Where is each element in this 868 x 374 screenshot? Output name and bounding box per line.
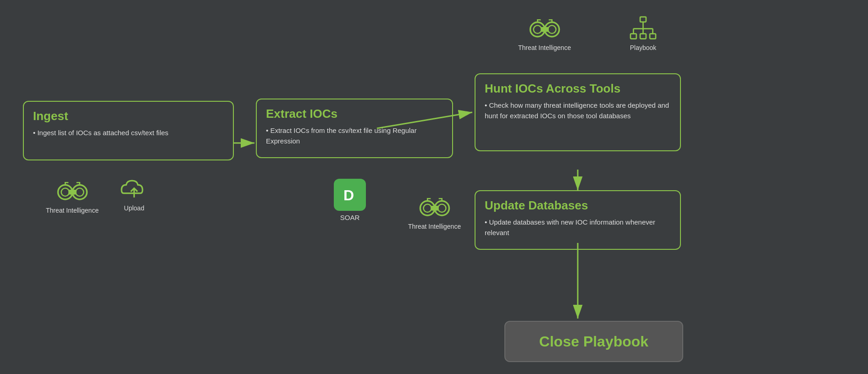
svg-rect-21 [541, 27, 549, 32]
binoculars-icon-top-right [529, 16, 561, 41]
svg-rect-23 [630, 34, 636, 39]
upload-label: Upload [124, 204, 144, 212]
svg-point-20 [548, 26, 556, 34]
close-playbook-label: Close Playbook [539, 333, 648, 350]
threat-intel-icon-left: Threat Intelligence [46, 179, 99, 214]
threat-intel-label-top-right: Threat Intelligence [518, 44, 571, 51]
soar-label: SOAR [340, 214, 360, 221]
threat-intel-icon-mid: Threat Intelligence [408, 195, 461, 230]
svg-rect-22 [640, 17, 646, 22]
threat-intel-icon-top-right: Threat Intelligence [518, 16, 571, 51]
svg-rect-25 [650, 34, 656, 39]
svg-point-14 [423, 204, 431, 213]
threat-intel-label-mid: Threat Intelligence [408, 223, 461, 230]
update-content: Update databases with new IOC informatio… [485, 217, 671, 238]
ingest-title: Ingest [33, 109, 224, 123]
svg-point-19 [533, 26, 542, 34]
svg-point-8 [76, 188, 84, 197]
ingest-content: Ingest list of IOCs as attached csv/text… [33, 128, 224, 138]
ingest-item: Ingest list of IOCs as attached csv/text… [33, 128, 224, 138]
extract-content: Extract IOCs from the csv/text file usin… [266, 126, 443, 146]
svg-point-7 [61, 188, 69, 197]
hunt-title: Hunt IOCs Across Tools [485, 82, 671, 96]
soar-icon-box: D [334, 179, 366, 211]
svg-rect-9 [68, 190, 77, 195]
hunt-box: Hunt IOCs Across Tools Check how many th… [475, 73, 681, 151]
extract-box: Extract IOCs Extract IOCs from the csv/t… [256, 99, 453, 158]
playbook-icon-area: Playbook [628, 16, 658, 51]
playbook-label: Playbook [630, 44, 657, 51]
canvas: Ingest Ingest list of IOCs as attached c… [0, 0, 868, 374]
playbook-network-icon [628, 16, 658, 41]
update-box: Update Databases Update databases with n… [475, 190, 681, 250]
soar-d-icon: D [340, 185, 360, 205]
svg-point-15 [438, 204, 446, 213]
hunt-content: Check how many threat intelligence tools… [485, 100, 671, 121]
svg-rect-16 [431, 206, 439, 211]
binoculars-icon-mid [419, 195, 451, 220]
svg-text:D: D [343, 187, 354, 204]
hunt-item: Check how many threat intelligence tools… [485, 100, 671, 121]
binoculars-icon-left [56, 179, 88, 204]
threat-intel-label-left: Threat Intelligence [46, 207, 99, 214]
close-playbook-box[interactable]: Close Playbook [504, 321, 683, 362]
ingest-box: Ingest Ingest list of IOCs as attached c… [23, 101, 234, 160]
update-title: Update Databases [485, 198, 671, 213]
upload-icon-area: Upload [119, 176, 149, 212]
extract-item: Extract IOCs from the csv/text file usin… [266, 126, 443, 146]
svg-rect-24 [640, 34, 646, 39]
upload-icon [119, 176, 149, 202]
soar-icon-area: D SOAR [334, 179, 366, 221]
update-item: Update databases with new IOC informatio… [485, 217, 671, 238]
extract-title: Extract IOCs [266, 107, 443, 121]
